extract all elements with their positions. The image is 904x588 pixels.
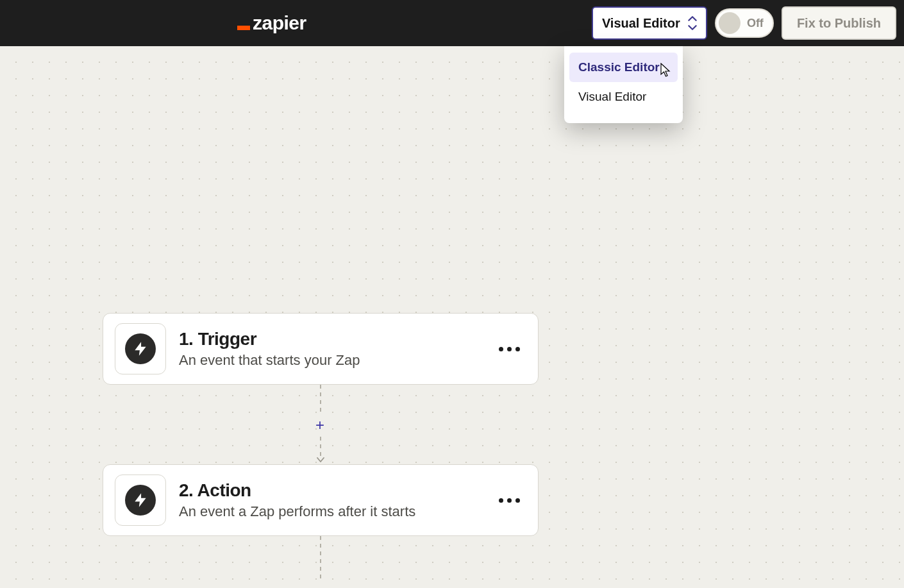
step-more-menu[interactable] <box>492 342 526 357</box>
step-text: 2. Action An event a Zap performs after … <box>179 480 492 520</box>
dots-icon <box>515 498 520 503</box>
add-step-button[interactable]: + <box>311 416 329 434</box>
step-card-trigger[interactable]: 1. Trigger An event that starts your Zap <box>103 313 539 385</box>
toggle-knob <box>719 12 741 34</box>
dots-icon <box>507 498 512 503</box>
dots-icon <box>499 498 503 503</box>
dots-icon <box>507 347 512 351</box>
dropdown-item-label: Visual Editor <box>578 90 646 103</box>
logo-underscore <box>237 26 250 30</box>
header-actions: Visual Editor Off Fix to Publish <box>592 6 896 40</box>
bolt-icon <box>125 333 156 364</box>
zapier-logo: zapier <box>237 12 306 34</box>
logo-text: zapier <box>253 12 306 34</box>
editor-mode-label: Visual Editor <box>602 16 680 31</box>
step-icon-placeholder <box>115 475 166 526</box>
step-icon-placeholder <box>115 323 166 374</box>
step-description: An event that starts your Zap <box>179 352 492 369</box>
dots-icon <box>515 347 520 351</box>
chevron-sort-icon <box>688 14 697 32</box>
step-title: 1. Trigger <box>179 329 492 349</box>
toggle-label: Off <box>747 17 764 30</box>
step-text: 1. Trigger An event that starts your Zap <box>179 329 492 369</box>
dots-icon <box>499 347 503 351</box>
bolt-icon <box>125 485 156 516</box>
step-title: 2. Action <box>179 480 492 501</box>
dropdown-item-visual-editor[interactable]: Visual Editor <box>569 82 678 112</box>
plus-icon: + <box>315 416 324 434</box>
editor-mode-select[interactable]: Visual Editor <box>592 6 707 40</box>
step-more-menu[interactable] <box>492 493 526 508</box>
dropdown-item-label: Classic Editor <box>578 60 660 74</box>
step-description: An event a Zap performs after it starts <box>179 503 492 520</box>
publish-button-label: Fix to Publish <box>797 16 881 31</box>
editor-canvas[interactable]: 1. Trigger An event that starts your Zap… <box>0 46 904 588</box>
step-connector <box>320 385 321 414</box>
step-connector <box>320 437 321 456</box>
editor-mode-dropdown: Classic Editor Visual Editor <box>564 46 683 123</box>
dropdown-item-classic-editor[interactable]: Classic Editor <box>569 53 678 82</box>
arrow-down-icon <box>316 455 325 464</box>
step-card-action[interactable]: 2. Action An event a Zap performs after … <box>103 464 539 536</box>
zap-status-toggle[interactable]: Off <box>715 8 774 38</box>
step-connector <box>320 536 321 581</box>
app-header: zapier Visual Editor Off Fix to Publish <box>0 0 904 46</box>
publish-button[interactable]: Fix to Publish <box>782 6 896 40</box>
